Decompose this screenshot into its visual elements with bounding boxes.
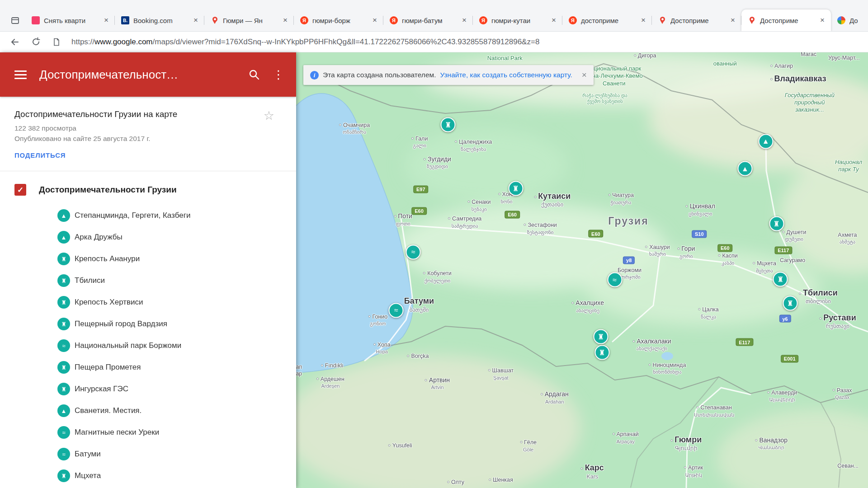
place-list-item[interactable]: ♜Крепость Ананури <box>57 248 296 270</box>
castle-map-marker[interactable]: ♜ <box>441 117 456 132</box>
castle-marker-icon: ♜ <box>57 361 70 374</box>
tab-close-icon[interactable]: × <box>371 16 379 25</box>
castle-map-marker[interactable]: ♜ <box>783 296 797 311</box>
check-icon: ✓ <box>17 185 24 195</box>
castle-map-marker[interactable]: ♜ <box>594 329 609 344</box>
mountain-marker-icon: ▲ <box>57 231 70 244</box>
place-label: Пещера Прометея <box>75 363 141 372</box>
castle-marker-icon: ♜ <box>57 318 70 330</box>
place-list-item[interactable]: ♜Ингурская ГЭС <box>57 378 296 400</box>
tab-close-icon[interactable]: × <box>102 16 110 25</box>
map-canvas[interactable]: National Parkованныйнациональный паркРач… <box>296 52 868 488</box>
place-label: Тбилиси <box>75 276 105 285</box>
browser-tab[interactable]: Гюмри — Ян× <box>204 9 294 31</box>
back-arrow-icon <box>10 37 20 47</box>
mountain-map-marker[interactable]: ▲ <box>738 161 753 176</box>
yandex-favicon: Я <box>390 16 398 24</box>
tab-title: Гюмри — Ян <box>223 17 277 24</box>
browser-tab[interactable]: Ягюмри-батум× <box>383 9 473 31</box>
castle-map-marker[interactable]: ♜ <box>769 216 784 231</box>
place-list-item[interactable]: ≈Магнитные пески Уреки <box>57 422 296 443</box>
yandex-favicon: Я <box>479 16 487 24</box>
url-text[interactable]: https://www.google.com/maps/d/viewer?mid… <box>71 38 539 47</box>
overflow-menu-icon[interactable]: ⋮ <box>273 68 282 82</box>
layer-row[interactable]: ✓ Достопримечательности Грузии <box>0 171 296 205</box>
reload-button[interactable] <box>30 36 42 48</box>
address-bar: https://www.google.com/maps/d/viewer?mid… <box>0 32 868 52</box>
url-host: www.google.com <box>94 38 153 47</box>
tab-actions-button[interactable] <box>5 9 25 31</box>
castle-marker-icon: ♜ <box>57 383 70 395</box>
sidebar-header-title: Достопримечательност… <box>39 68 236 82</box>
layer-title: Достопримечательности Грузии <box>39 185 177 195</box>
tab-bar: Снять кварти×B.Booking.com×Гюмри — Ян×Яг… <box>0 0 868 32</box>
place-label: Пещерный город Вардзия <box>75 319 167 328</box>
browser-tab[interactable]: Ягюмри-борж× <box>294 9 383 31</box>
tab-title: гюмри-борж <box>312 17 367 24</box>
place-label: Арка Дружбы <box>75 233 123 242</box>
waves-marker-icon: ≈ <box>57 426 70 439</box>
create-map-link[interactable]: Узнайте, как создать собственную карту. <box>440 71 572 79</box>
tab-close-icon[interactable]: × <box>281 16 289 25</box>
waves-map-marker[interactable]: ≈ <box>389 303 404 318</box>
browser-tab[interactable]: Снять кварти× <box>25 9 115 31</box>
url-path: /maps/d/viewer?mid=176XdSnq--w-InKYkpbPP… <box>153 38 540 47</box>
castle-map-marker[interactable]: ♜ <box>773 272 788 287</box>
back-button[interactable] <box>9 36 21 48</box>
browser-tab[interactable]: До× <box>831 9 868 31</box>
place-list-item[interactable]: ♜Тбилиси <box>57 270 296 291</box>
reload-icon <box>31 37 41 47</box>
browser-tab[interactable]: Ядостоприме× <box>562 9 652 31</box>
place-label: Национальный парк Боржоми <box>75 341 181 350</box>
place-list-item[interactable]: ♜Пещера Прометея <box>57 357 296 378</box>
castle-map-marker[interactable]: ♜ <box>594 345 609 360</box>
share-button[interactable]: ПОДЕЛИТЬСЯ <box>14 151 282 159</box>
tab-title: Достоприме <box>670 17 725 24</box>
layer-place-list: ▲Степанцминда, Гергети, Казбеги▲Арка Дру… <box>0 205 296 488</box>
place-list-item[interactable]: ♜Мцхета <box>57 465 296 487</box>
tab-title: Booking.com <box>133 17 188 24</box>
tab-close-icon[interactable]: × <box>818 16 826 25</box>
tab-close-icon[interactable]: × <box>550 16 558 25</box>
place-list-item[interactable]: ≈Батуми <box>57 443 296 465</box>
place-label: Мцхета <box>75 471 101 480</box>
map-title: Достопримечательности Грузии на карте <box>14 109 282 119</box>
star-icon[interactable]: ☆ <box>264 108 274 123</box>
place-list-item[interactable]: ▲Сванетия. Местия. <box>57 400 296 422</box>
view-count: 122 382 просмотра <box>14 124 282 132</box>
tab-actions-icon <box>10 16 20 25</box>
menu-icon[interactable] <box>14 70 27 79</box>
castle-map-marker[interactable]: ♜ <box>508 181 523 196</box>
map-pin-favicon <box>748 16 756 24</box>
place-list-item[interactable]: ▲Арка Дружбы <box>57 226 296 248</box>
info-icon: i <box>310 71 319 80</box>
place-list-item[interactable]: ♜Крепость Хертвиси <box>57 291 296 313</box>
layer-checkbox[interactable]: ✓ <box>14 184 26 196</box>
place-list-item[interactable]: ♜Пещерный город Вардзия <box>57 313 296 335</box>
place-label: Крепость Хертвиси <box>75 298 143 307</box>
mountain-map-marker[interactable]: ▲ <box>758 134 773 149</box>
page-info-icon[interactable] <box>51 36 62 48</box>
map-info-section: Достопримечательности Грузии на карте ☆ … <box>0 97 296 171</box>
place-list-item[interactable]: ▲Степанцминда, Гергети, Казбеги <box>57 205 296 226</box>
tab-title: достоприме <box>581 17 635 24</box>
colorful-favicon <box>837 16 845 24</box>
browser-tab[interactable]: Достоприме× <box>652 9 741 31</box>
waves-map-marker[interactable]: ≈ <box>607 272 622 287</box>
place-label: Крепость Ананури <box>75 254 140 263</box>
waves-map-marker[interactable]: ≈ <box>406 244 421 259</box>
tab-close-icon[interactable]: × <box>729 16 737 25</box>
place-list-item[interactable]: ≈Национальный парк Боржоми <box>57 335 296 357</box>
yandex-favicon: Я <box>569 16 577 24</box>
castle-marker-icon: ♜ <box>57 274 70 287</box>
url-protocol: https:// <box>71 38 94 47</box>
tab-close-icon[interactable]: × <box>460 16 468 25</box>
browser-window: Снять кварти×B.Booking.com×Гюмри — Ян×Яг… <box>0 0 868 488</box>
tab-close-icon[interactable]: × <box>639 16 647 25</box>
browser-tab[interactable]: Достоприме× <box>741 9 831 31</box>
search-icon[interactable] <box>248 69 260 80</box>
browser-tab[interactable]: Ягюмри-кутаи× <box>473 9 562 31</box>
notice-close-icon[interactable]: × <box>582 70 587 80</box>
browser-tab[interactable]: B.Booking.com× <box>115 9 204 31</box>
tab-close-icon[interactable]: × <box>192 16 200 25</box>
